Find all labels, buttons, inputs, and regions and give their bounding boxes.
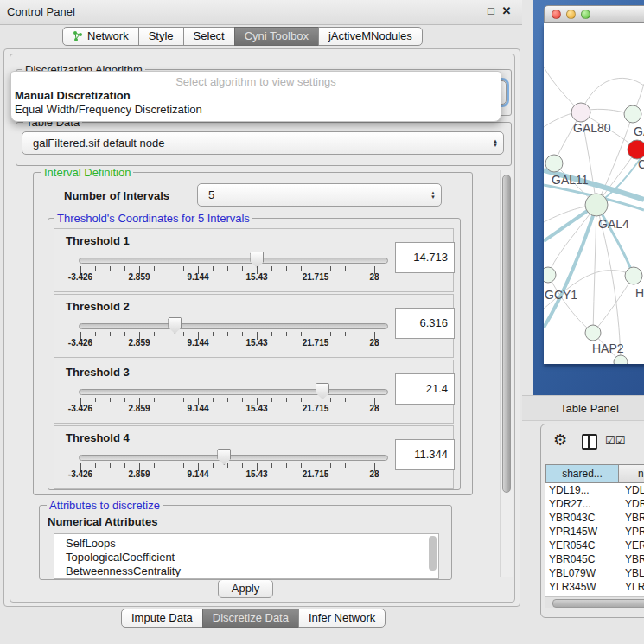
tick-label: 21.715 <box>294 338 337 348</box>
network-node[interactable] <box>628 140 644 159</box>
column-header-shared[interactable]: shared... <box>545 464 619 483</box>
table-row[interactable]: YDR27...YDR2 <box>545 497 644 511</box>
threshold-slider-thumb[interactable] <box>316 383 329 399</box>
network-window-titlebar[interactable] <box>544 5 644 23</box>
threshold-value-field[interactable]: 14.713 <box>395 242 455 273</box>
threshold-label: Threshold 1 <box>66 234 130 247</box>
threshold-value-field[interactable]: 11.344 <box>395 439 455 470</box>
main-scrollbar-thumb[interactable] <box>502 175 511 493</box>
cell-shared-name[interactable]: YPR145W <box>545 525 622 539</box>
attribute-list-item[interactable]: TopologicalCoefficient <box>54 551 438 564</box>
tick-label: 21.715 <box>294 404 337 413</box>
cell-name[interactable]: YDL1 <box>622 483 644 497</box>
select-columns-checkboxes-icon[interactable]: ☑☑ <box>605 434 625 447</box>
network-node[interactable] <box>545 155 563 172</box>
tick-label: 15.43 <box>235 469 278 479</box>
column-header-name[interactable]: n <box>618 464 644 483</box>
tick-mark <box>242 463 243 468</box>
threshold-value-field[interactable]: 21.4 <box>395 373 455 405</box>
gear-icon[interactable]: ⚙ <box>553 430 567 450</box>
cell-name[interactable]: YDR2 <box>622 497 644 511</box>
table-row[interactable]: YER054CYER0 <box>545 539 644 552</box>
cell-shared-name[interactable]: YBR043C <box>545 511 622 525</box>
network-view-window[interactable]: GAL80GACGAL11GAL4GCY1HHAP2 <box>533 0 644 395</box>
tab-impute-data[interactable]: Impute Data <box>121 609 203 628</box>
tab-style[interactable]: Style <box>138 27 184 46</box>
table-row[interactable]: YBL079WYBL0 <box>545 566 644 580</box>
minimize-traffic-light-icon[interactable] <box>566 10 576 19</box>
table-row[interactable]: YDL19...YDL1 <box>545 483 644 497</box>
cell-shared-name[interactable]: YBL079W <box>545 566 622 580</box>
network-node[interactable] <box>571 103 590 122</box>
tick-label: 2.859 <box>118 404 161 413</box>
threshold-slider-track[interactable] <box>79 389 388 395</box>
table-row[interactable]: YLR345WYLR3 <box>545 580 644 594</box>
tick-mark <box>345 332 346 336</box>
cell-name[interactable]: YBR0 <box>622 511 644 525</box>
table-data-combobox[interactable]: galFiltered.sif default node ▲▼ <box>22 131 504 155</box>
float-icon[interactable]: □ <box>484 4 498 17</box>
cell-name[interactable]: YER0 <box>622 539 644 552</box>
cell-name[interactable]: YBR0 <box>622 552 644 566</box>
attribute-list-item[interactable]: BetweennessCentrality <box>54 564 438 578</box>
network-canvas[interactable]: GAL80GACGAL11GAL4GCY1HHAP2 <box>544 23 644 364</box>
network-node[interactable] <box>544 267 556 283</box>
cell-name[interactable]: YBL0 <box>622 566 644 580</box>
cell-shared-name[interactable]: YER054C <box>545 539 622 552</box>
popup-item-equal-width[interactable]: Equal Width/Frequency Discretization <box>15 103 202 116</box>
tick-label: 9.144 <box>176 338 220 348</box>
network-edge[interactable] <box>548 275 593 333</box>
tab-select[interactable]: Select <box>183 27 235 46</box>
threshold-slider-thumb[interactable] <box>217 449 231 465</box>
list-scrollbar-thumb[interactable] <box>429 536 437 571</box>
tick-mark <box>95 398 96 402</box>
close-icon[interactable]: ✕ <box>500 4 513 17</box>
network-edge-highlighted[interactable] <box>596 205 634 276</box>
cell-shared-name[interactable]: YDL19... <box>545 483 622 497</box>
threshold-slider-track[interactable] <box>79 455 388 461</box>
close-traffic-light-icon[interactable] <box>552 10 561 19</box>
columns-icon[interactable] <box>582 434 597 450</box>
tab-jactivemnodules[interactable]: jActiveMNodules <box>318 27 423 46</box>
network-edge[interactable] <box>548 205 596 275</box>
cell-shared-name[interactable]: YDR27... <box>545 497 622 511</box>
cell-name[interactable]: YLR3 <box>622 580 644 594</box>
thresholds-group-label: Threshold's Coordinates for 5 Intervals <box>54 212 252 225</box>
table-row[interactable]: YBR045CYBR0 <box>545 552 644 566</box>
tick-mark <box>169 398 169 402</box>
popup-item-manual[interactable]: Manual Discretization <box>15 89 131 102</box>
table-hscrollbar-track[interactable] <box>545 596 644 608</box>
network-node[interactable] <box>585 325 601 341</box>
main-scrollbar-track[interactable] <box>500 170 513 577</box>
tick-mark <box>286 266 287 271</box>
network-node[interactable] <box>624 105 641 123</box>
cell-name[interactable]: YPR1 <box>622 525 644 539</box>
threshold-value-field[interactable]: 6.316 <box>395 308 455 339</box>
tick-mark <box>301 463 302 468</box>
tab-discretize-data[interactable]: Discretize Data <box>202 609 299 628</box>
bottom-tab-bar: Impute Data Discretize Data Infer Networ… <box>121 609 386 628</box>
tick-mark <box>169 463 169 468</box>
network-edge[interactable] <box>593 205 596 333</box>
threshold-slider-track[interactable] <box>79 258 388 264</box>
number-of-intervals-combobox[interactable]: 5 ▲▼ <box>197 183 442 207</box>
network-node[interactable] <box>625 267 642 284</box>
tab-network[interactable]: Network <box>62 27 139 46</box>
threshold-slider-thumb[interactable] <box>168 317 182 334</box>
tick-label: 15.43 <box>235 272 278 282</box>
cell-shared-name[interactable]: YLR345W <box>545 580 622 594</box>
attribute-list-item[interactable]: SelfLoops <box>54 537 438 551</box>
table-row[interactable]: YPR145WYPR1 <box>545 525 644 539</box>
network-node[interactable] <box>585 194 608 216</box>
cell-shared-name[interactable]: YBR045C <box>545 552 622 566</box>
table-hscrollbar-thumb[interactable] <box>552 599 644 608</box>
zoom-traffic-light-icon[interactable] <box>581 10 590 19</box>
tick-label: 28 <box>353 404 396 413</box>
threshold-slider-track[interactable] <box>79 323 388 329</box>
tab-infer-network[interactable]: Infer Network <box>298 609 386 628</box>
numerical-attributes-list[interactable]: SelfLoopsTopologicalCoefficientBetweenne… <box>54 533 439 579</box>
tick-mark <box>110 266 111 271</box>
table-row[interactable]: YBR043CYBR0 <box>545 511 644 525</box>
tab-cyni-toolbox[interactable]: Cyni Toolbox <box>234 27 319 46</box>
apply-button[interactable]: Apply <box>218 579 273 598</box>
